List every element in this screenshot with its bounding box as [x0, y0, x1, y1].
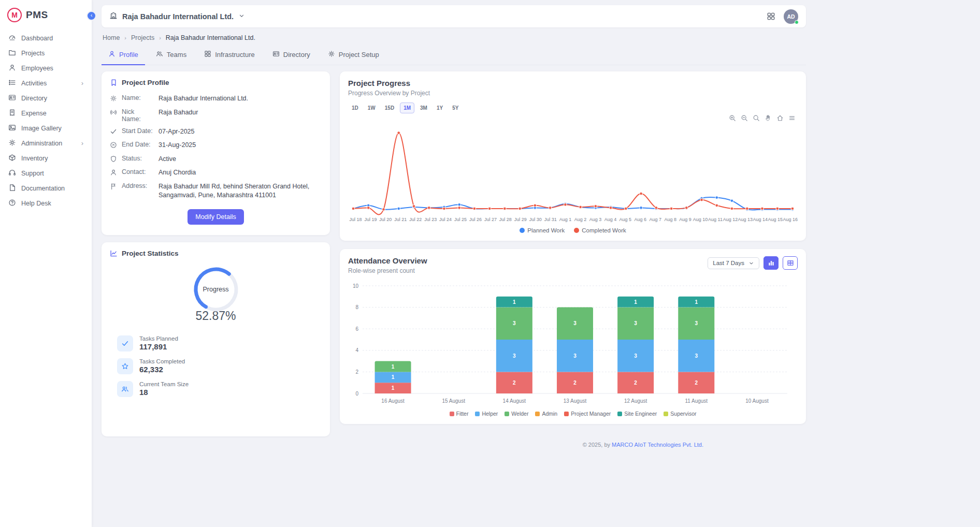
sidebar-item-administration[interactable]: Administration › — [0, 136, 92, 151]
person-icon — [108, 50, 116, 59]
legend-item[interactable]: Completed Work — [574, 227, 626, 233]
field-status: Status: Active — [110, 155, 322, 164]
stats-list: Tasks Planned 117,891 Tasks Completed 62… — [110, 335, 322, 429]
breadcrumb-home[interactable]: Home — [103, 34, 120, 41]
sidebar-item-support[interactable]: Support — [0, 166, 92, 181]
zoom-in-icon[interactable] — [729, 114, 736, 122]
tab-teams[interactable]: Teams — [149, 46, 193, 65]
days-filter-select[interactable]: Last 7 Days — [708, 257, 759, 269]
svg-text:6: 6 — [355, 326, 358, 332]
range-button-5y[interactable]: 5Y — [449, 103, 462, 113]
field-value: Raja Bahadur International Ltd. — [158, 94, 322, 104]
breadcrumb-projects[interactable]: Projects — [131, 34, 154, 41]
logo-row: M PMS — [0, 0, 92, 28]
gauge-label: Progress — [192, 266, 240, 313]
svg-text:3: 3 — [695, 320, 698, 326]
breadcrumb: Home › Projects › Raja Bahadur Internati… — [102, 27, 806, 46]
legend-swatch — [475, 412, 480, 416]
sidebar-item-activities[interactable]: Activities › — [0, 76, 92, 91]
id-card-icon — [272, 50, 280, 59]
sidebar-item-help-desk[interactable]: Help Desk — [0, 196, 92, 211]
range-button-1d[interactable]: 1D — [348, 103, 362, 113]
project-statistics-card: Project Statistics Progress — [102, 242, 330, 436]
progress-line-chart[interactable] — [348, 123, 798, 216]
progress-gauge: Progress — [192, 266, 240, 313]
range-button-3m[interactable]: 3M — [416, 103, 431, 113]
home-icon[interactable] — [776, 114, 784, 122]
breadcrumb-current: Raja Bahadur International Ltd. — [166, 34, 255, 41]
legend-item[interactable]: Project Manager — [564, 411, 611, 417]
sidebar-item-label: Documentation — [21, 185, 83, 192]
range-selector: 1D 1W 15D 1M 3M 1Y 5Y — [348, 103, 798, 113]
legend-item[interactable]: Admin — [535, 411, 557, 417]
person-icon — [8, 64, 16, 73]
tab-label: Teams — [167, 51, 186, 58]
legend-item[interactable]: Fitter — [450, 411, 469, 417]
sidebar-item-expense[interactable]: Expense — [0, 106, 92, 121]
sidebar-item-projects[interactable]: Projects — [0, 46, 92, 61]
svg-text:2: 2 — [695, 380, 698, 386]
tab-profile[interactable]: Profile — [102, 46, 145, 65]
zoom-out-icon[interactable] — [741, 114, 748, 122]
svg-text:1: 1 — [392, 385, 395, 391]
table-view-button[interactable] — [783, 256, 798, 270]
legend-item[interactable]: Supervisor — [664, 411, 696, 417]
sidebar-collapse-button[interactable]: ‹ — [87, 11, 96, 21]
sidebar-item-label: Projects — [21, 50, 83, 57]
legend-dot — [574, 228, 579, 233]
sidebar-item-employees[interactable]: Employees — [0, 61, 92, 76]
menu-icon[interactable] — [788, 114, 796, 122]
card-title: Project Profile — [122, 79, 169, 86]
legend-item[interactable]: Welder — [505, 411, 528, 417]
field-contact: Contact: Anuj Chordia — [110, 168, 322, 178]
range-button-1m[interactable]: 1M — [400, 103, 414, 113]
user-avatar[interactable]: AD — [784, 9, 798, 24]
svg-text:2: 2 — [634, 380, 637, 386]
modify-details-button[interactable]: Modify Details — [188, 209, 244, 225]
box-icon — [8, 154, 16, 163]
tab-directory[interactable]: Directory — [266, 46, 317, 65]
flag-icon — [110, 183, 117, 190]
svg-text:2: 2 — [513, 380, 516, 386]
sidebar-item-directory[interactable]: Directory — [0, 91, 92, 106]
svg-text:1: 1 — [513, 299, 516, 305]
field-value: Anuj Chordia — [158, 168, 322, 178]
field-label: Contact: — [122, 168, 154, 175]
tab-infrastructure[interactable]: Infrastructure — [197, 46, 262, 65]
chart-toolbar — [348, 114, 798, 122]
legend-item[interactable]: Helper — [475, 411, 498, 417]
sidebar-item-inventory[interactable]: Inventory — [0, 151, 92, 166]
range-button-1w[interactable]: 1W — [364, 103, 379, 113]
table-icon — [787, 259, 794, 267]
footer: © 2025, by MARCO AIoT Technologies Pvt. … — [102, 442, 806, 448]
sidebar-item-dashboard[interactable]: Dashboard — [0, 31, 92, 46]
svg-text:3: 3 — [634, 320, 637, 326]
bar-view-button[interactable] — [763, 256, 779, 270]
top-header: Raja Bahadur International Ltd. AD — [102, 5, 806, 27]
stat-label: Tasks Completed — [139, 358, 185, 364]
range-button-15d[interactable]: 15D — [381, 103, 398, 113]
pan-icon[interactable] — [765, 114, 772, 122]
apps-grid-icon[interactable] — [767, 12, 775, 21]
tab-project-setup[interactable]: Project Setup — [321, 46, 386, 65]
legend-item[interactable]: Planned Work — [520, 227, 565, 233]
sidebar-item-label: Administration — [21, 140, 76, 147]
stat-label: Tasks Planned — [139, 335, 178, 342]
legend-item[interactable]: Site Engineer — [617, 411, 657, 417]
company-link[interactable]: MARCO AIoT Technologies Pvt. Ltd. — [612, 442, 703, 448]
sidebar-item-image-gallery[interactable]: Image Gallery — [0, 121, 92, 136]
id-card-icon — [8, 94, 16, 103]
field-label: Address: — [122, 182, 154, 189]
attendance-bar-chart[interactable]: 0246810111233123323312331 — [348, 283, 798, 397]
copyright-text: © 2025, by — [583, 442, 612, 448]
sidebar-item-documentation[interactable]: Documentation — [0, 181, 92, 196]
headset-icon — [8, 169, 16, 178]
app-name: PMS — [26, 9, 48, 21]
company-selector[interactable]: Raja Bahadur International Ltd. — [109, 11, 245, 21]
selection-zoom-icon[interactable] — [753, 114, 760, 122]
svg-text:3: 3 — [573, 353, 577, 359]
main-area: Raja Bahadur International Ltd. AD Home … — [92, 0, 980, 527]
range-button-1y[interactable]: 1Y — [433, 103, 446, 113]
svg-text:4: 4 — [355, 347, 358, 353]
sidebar-item-label: Expense — [21, 110, 83, 117]
